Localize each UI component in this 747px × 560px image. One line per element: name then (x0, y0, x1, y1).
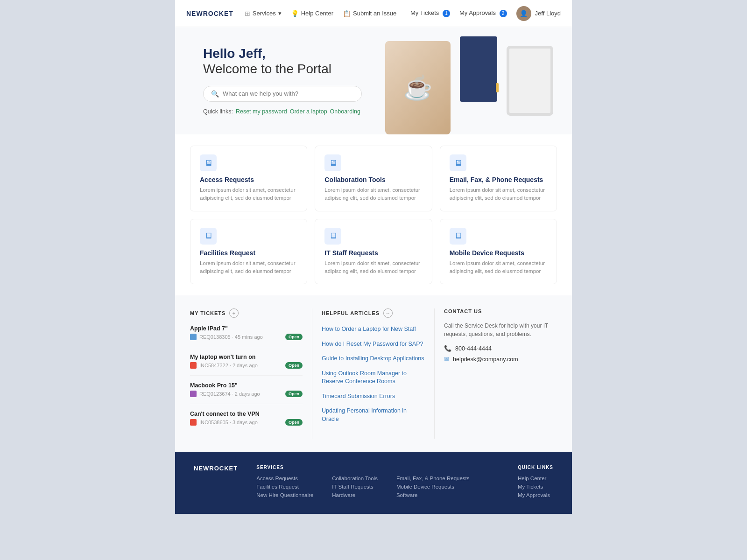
quick-links-label: Quick links: (203, 108, 233, 115)
submit-icon: 📋 (343, 10, 351, 17)
my-tickets-section: MY TICKETS + Apple iPad 7" REQ0138305 · … (190, 308, 312, 439)
services-grid: 🖥 Access Requests Lorem ipsum dolor sit … (190, 146, 557, 284)
ticket-type-icon (190, 334, 197, 340)
article-link[interactable]: How do I Reset My Password for SAP? (322, 340, 425, 349)
footer-logo: NEWROCKET (194, 465, 238, 501)
mobile-device-requests-desc: Lorem ipsum dolor sit amet, consectetur … (450, 259, 547, 276)
quick-link-onboarding[interactable]: Onboarding (330, 108, 360, 115)
ticket-item[interactable]: Macbook Pro 15" REQ0123674 · 2 days ago … (190, 382, 303, 404)
footer-services-title3 (396, 465, 470, 470)
footer-link[interactable]: Hardware (332, 492, 378, 498)
collaboration-tools-icon: 🖥 (324, 154, 341, 171)
ticket-id: REQ0123674 · 2 days ago (190, 391, 260, 397)
search-input[interactable] (223, 90, 354, 97)
service-card-collaboration-tools[interactable]: 🖥 Collaboration Tools Lorem ipsum dolor … (315, 146, 432, 211)
facilities-request-desc: Lorem ipsum dolor sit amet, consectetur … (200, 259, 297, 276)
article-link[interactable]: Guide to Installing Desktop Applications (322, 355, 425, 363)
access-requests-desc: Lorem ipsum dolor sit amet, consectetur … (200, 186, 297, 203)
footer: NEWROCKET SERVICES Access Requests Facil… (175, 452, 572, 514)
ticket-meta: REQ0123674 · 2 days ago Open (190, 391, 303, 397)
search-icon: 🔍 (211, 90, 219, 98)
article-link[interactable]: Timecard Submission Errors (322, 392, 425, 401)
ticket-type-icon (190, 391, 197, 397)
footer-services-title: SERVICES (256, 465, 313, 470)
help-center-nav-link[interactable]: 💡 Help Center (291, 10, 333, 17)
footer-link[interactable]: IT Staff Requests (332, 484, 378, 490)
ticket-item[interactable]: Apple iPad 7" REQ0138305 · 45 mins ago O… (190, 325, 303, 347)
ticket-item[interactable]: My laptop won't turn on INC5847322 · 2 d… (190, 354, 303, 376)
article-link-outlook-room[interactable]: Using Outlook Room Manager to Reserve Co… (322, 370, 425, 386)
hero-tablet-image (507, 46, 553, 116)
ticket-title: Can't connect to the VPN (190, 411, 303, 417)
ticket-title: Macbook Pro 15" (190, 382, 303, 389)
brand-logo[interactable]: NEWROCKET (186, 10, 233, 17)
footer-link[interactable]: Access Requests (256, 476, 313, 481)
footer-quick-link[interactable]: Help Center (518, 476, 553, 481)
logo-text: NEWROCKET (186, 10, 233, 17)
footer-services-cols: SERVICES Access Requests Facilities Requ… (256, 465, 499, 501)
contact-email[interactable]: ✉ helpdesk@company.com (444, 356, 557, 363)
helpful-articles-section: HELPFUL ARTICLES → How to Order a Laptop… (312, 308, 435, 439)
footer-link[interactable]: Email, Fax, & Phone Requests (396, 476, 470, 481)
collaboration-tools-title: Collaboration Tools (324, 176, 422, 183)
service-card-facilities-request[interactable]: 🖥 Facilities Request Lorem ipsum dolor s… (190, 219, 307, 285)
ticket-status-badge: Open (285, 419, 303, 426)
ticket-meta: INC5847322 · 2 days ago Open (190, 362, 303, 369)
submit-issue-nav-link[interactable]: 📋 Submit an Issue (343, 10, 396, 17)
phone-number: 800-444-4444 (455, 345, 492, 352)
quick-link-reset-password[interactable]: Reset my password (236, 108, 287, 115)
footer-link[interactable]: Facilities Request (256, 484, 313, 490)
contact-phone[interactable]: 📞 800-444-4444 (444, 345, 557, 352)
navbar: NEWROCKET ⊞ Services ▾ 💡 Help Center 📋 S… (175, 0, 572, 27)
ticket-status-badge: Open (285, 362, 303, 369)
ticket-item[interactable]: Can't connect to the VPN INC0538605 · 3 … (190, 411, 303, 432)
my-approvals-nav[interactable]: My Approvals 2 (459, 9, 507, 17)
quick-link-order-laptop[interactable]: Order a laptop (290, 108, 327, 115)
email-fax-phone-title: Email, Fax, & Phone Requests (450, 176, 547, 183)
footer-link[interactable]: Software (396, 492, 470, 498)
footer-link[interactable]: New Hire Questionnaire (256, 492, 313, 498)
service-card-email-fax-phone[interactable]: 🖥 Email, Fax, & Phone Requests Lorem ips… (440, 146, 557, 211)
footer-services-col2: Collaboration Tools IT Staff Requests Ha… (332, 465, 378, 501)
footer-link[interactable]: Collaboration Tools (332, 476, 378, 481)
email-fax-phone-icon: 🖥 (450, 154, 466, 171)
hero-notebook-image (460, 36, 497, 102)
contact-us-title: CONTACT US (444, 308, 557, 314)
my-tickets-nav[interactable]: My Tickets 1 (410, 9, 450, 17)
footer-quick-link[interactable]: My Tickets (518, 484, 553, 490)
bottom-section: MY TICKETS + Apple iPad 7" REQ0138305 · … (175, 295, 572, 452)
article-link[interactable]: Updating Personal Information in Oracle (322, 407, 425, 423)
footer-services-col: SERVICES Access Requests Facilities Requ… (256, 465, 313, 501)
footer-services-col3: Email, Fax, & Phone Requests Mobile Devi… (396, 465, 470, 501)
ticket-type-icon (190, 419, 197, 426)
it-staff-requests-icon: 🖥 (324, 228, 341, 245)
tickets-add-icon[interactable]: + (229, 308, 239, 318)
footer-quick-link[interactable]: My Approvals (518, 492, 553, 498)
article-link[interactable]: How to Order a Laptop for New Staff (322, 325, 425, 334)
articles-arrow-icon[interactable]: → (383, 308, 393, 318)
email-fax-phone-desc: Lorem ipsum dolor sit amet, consectetur … (450, 186, 547, 203)
footer-link[interactable]: Mobile Device Requests (396, 484, 470, 490)
email-icon: ✉ (444, 356, 449, 363)
search-bar[interactable]: 🔍 (203, 86, 362, 102)
service-card-it-staff-requests[interactable]: 🖥 IT Staff Requests Lorem ipsum dolor si… (315, 219, 432, 285)
user-menu[interactable]: 👤 Jeff Lloyd (516, 6, 561, 21)
access-requests-icon: 🖥 (200, 154, 217, 171)
avatar: 👤 (516, 6, 531, 21)
tickets-badge: 1 (443, 10, 450, 17)
hero-hand-image: ☕ (385, 41, 451, 134)
user-name: Jeff Lloyd (535, 10, 561, 17)
service-card-access-requests[interactable]: 🖥 Access Requests Lorem ipsum dolor sit … (190, 146, 307, 211)
ticket-title: My laptop won't turn on (190, 354, 303, 360)
ticket-meta: REQ0138305 · 45 mins ago Open (190, 334, 303, 340)
services-nav-link[interactable]: ⊞ Services ▾ (245, 10, 282, 17)
it-staff-requests-title: IT Staff Requests (324, 249, 422, 257)
it-staff-requests-desc: Lorem ipsum dolor sit amet, consectetur … (324, 259, 422, 276)
collaboration-tools-desc: Lorem ipsum dolor sit amet, consectetur … (324, 186, 422, 203)
services-icon: ⊞ (245, 10, 250, 17)
facilities-request-icon: 🖥 (200, 228, 217, 245)
facilities-request-title: Facilities Request (200, 249, 297, 257)
service-card-mobile-device-requests[interactable]: 🖥 Mobile Device Requests Lorem ipsum dol… (440, 219, 557, 285)
approvals-badge: 2 (500, 10, 507, 17)
navbar-right: My Tickets 1 My Approvals 2 👤 Jeff Lloyd (410, 6, 561, 21)
